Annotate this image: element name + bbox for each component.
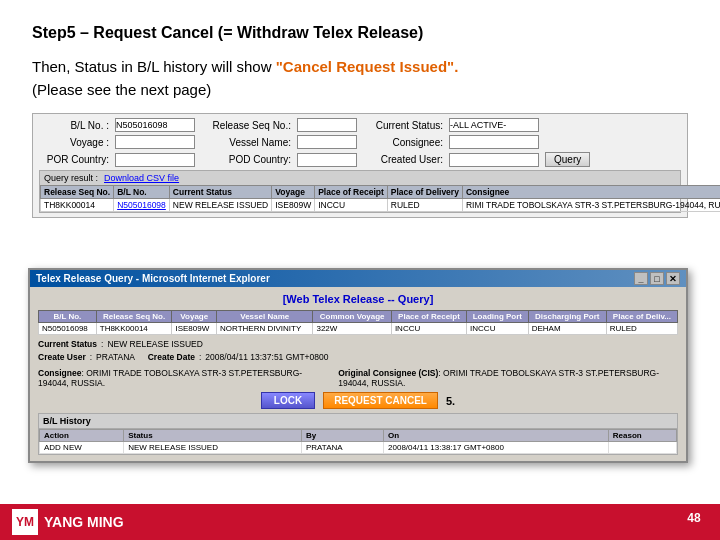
slide-container: Step5 – Request Cancel (= Withdraw Telex…	[0, 0, 720, 540]
created-user-input[interactable]	[449, 153, 539, 167]
cell-place-receipt: INCCU	[315, 199, 388, 212]
cell-current-status: NEW RELEASE ISSUED	[169, 199, 271, 212]
vessel-name-input[interactable]	[297, 135, 357, 149]
release-seq-input[interactable]	[297, 118, 357, 132]
dcol-release-seq: Release Seq No.	[96, 311, 172, 323]
voyage-input[interactable]	[115, 135, 195, 149]
por-country-input[interactable]	[115, 153, 195, 167]
dcell-bl-no: N505016098	[39, 323, 97, 335]
bl-no-label: B/L No. :	[39, 120, 109, 131]
original-consignee-block: Original Consignee (CIS): ORIMI TRADE TO…	[338, 368, 678, 388]
page-number: 48	[680, 504, 708, 532]
csv-download-link[interactable]: Download CSV file	[104, 173, 179, 183]
query-form-row2: Voyage : Vessel Name: Consignee:	[39, 135, 681, 149]
consignee-label: Consignee:	[363, 137, 443, 148]
dcell-loading-port: INCCU	[467, 323, 529, 335]
col-bl-no: B/L No.	[114, 186, 170, 199]
lock-button[interactable]: LOCK	[261, 392, 315, 409]
current-status-label: Current Status:	[363, 120, 443, 131]
cell-place-delivery: RULED	[387, 199, 462, 212]
minimize-button[interactable]: _	[634, 272, 648, 285]
dialog-header-text: [Web Telex Release -- Query]	[38, 293, 678, 305]
consignee-block: Consignee: ORIMI TRADE TOBOLSKAYA STR-3 …	[38, 368, 328, 388]
dialog-main-table: B/L No. Release Seq No. Voyage Vessel Na…	[38, 310, 678, 335]
company-name: YANG MING	[44, 514, 124, 530]
dcol-loading-port: Loading Port	[467, 311, 529, 323]
consignee-label: Consignee	[38, 368, 81, 378]
dcell-discharging-port: DEHAM	[528, 323, 606, 335]
hcol-by: By	[301, 430, 383, 442]
maximize-button[interactable]: □	[650, 272, 664, 285]
bl-no-link[interactable]: N505016098	[117, 200, 166, 210]
dialog-table-row: N505016098 TH8KK00014 ISE809W NORTHERN D…	[39, 323, 678, 335]
telex-release-dialog: Telex Release Query - Microsoft Internet…	[28, 268, 688, 463]
result-table: Release Seq No. B/L No. Current Status V…	[40, 185, 720, 212]
hcol-status: Status	[124, 430, 302, 442]
col-place-delivery: Place of Delivery	[387, 186, 462, 199]
dialog-consignee-section: Consignee: ORIMI TRADE TOBOLSKAYA STR-3 …	[38, 368, 678, 388]
create-user-label: Create User	[38, 352, 86, 362]
logo-text: YM	[16, 515, 34, 529]
voyage-label: Voyage :	[39, 137, 109, 148]
dcell-place-delivery: RULED	[606, 323, 677, 335]
dcol-place-receipt: Place of Receipt	[391, 311, 466, 323]
cell-bl-no[interactable]: N505016098	[114, 199, 170, 212]
dialog-body: [Web Telex Release -- Query] B/L No. Rel…	[30, 287, 686, 461]
vessel-name-label: Vessel Name:	[201, 137, 291, 148]
dialog-titlebar: Telex Release Query - Microsoft Internet…	[30, 270, 686, 287]
query-result-label: Query result :	[44, 173, 98, 183]
dcell-place-receipt: INCCU	[391, 323, 466, 335]
dialog-titlebar-buttons: _ □ ✕	[634, 272, 680, 285]
create-date-value: 2008/04/11 13:37:51 GMT+0800	[205, 352, 328, 362]
status-text: NEW RELEASE ISSUED	[173, 200, 268, 210]
bl-no-input[interactable]	[115, 118, 195, 132]
current-status-input[interactable]	[449, 118, 539, 132]
cell-release-seq: TH8KK00014	[41, 199, 114, 212]
cell-voyage: ISE809W	[272, 199, 315, 212]
hcol-action: Action	[40, 430, 124, 442]
slide-subtitle: Then, Status in B/L history will show "C…	[32, 56, 688, 101]
create-user-value: PRATANA	[96, 352, 135, 362]
query-result-section: Query result : Download CSV file Release…	[39, 170, 681, 213]
hcell-action: ADD NEW	[40, 442, 124, 454]
subtitle-part1: Then, Status in B/L history will show	[32, 58, 276, 75]
col-current-status: Current Status	[169, 186, 271, 199]
dialog-buttons: LOCK REQUEST CANCEL 5.	[38, 392, 678, 409]
query-form-section: B/L No. : Release Seq No.: Current Statu…	[32, 113, 688, 218]
dialog-info-left: Current Status: NEW RELEASE ISSUED Creat…	[38, 339, 328, 365]
query-form-row3: POR Country: POD Country: Created User: …	[39, 152, 681, 167]
footer: YM YANG MING 48	[0, 504, 720, 540]
dcell-release-seq: TH8KK00014	[96, 323, 172, 335]
created-user-label: Created User:	[363, 154, 443, 165]
pod-country-input[interactable]	[297, 153, 357, 167]
dcol-bl-no: B/L No.	[39, 311, 97, 323]
cell-consignee: RIMI TRADE TOBOLSKAYA STR-3 ST.PETERSBUR…	[462, 199, 720, 212]
dcol-discharging-port: Discharging Port	[528, 311, 606, 323]
query-form-row1: B/L No. : Release Seq No.: Current Statu…	[39, 118, 681, 132]
current-status-label: Current Status	[38, 339, 97, 349]
query-result-header: Query result : Download CSV file	[40, 171, 680, 185]
request-cancel-button[interactable]: REQUEST CANCEL	[323, 392, 438, 409]
close-button[interactable]: ✕	[666, 272, 680, 285]
query-button[interactable]: Query	[545, 152, 590, 167]
hcell-reason	[608, 442, 676, 454]
history-row: ADD NEW NEW RELEASE ISSUED PRATANA 2008/…	[40, 442, 677, 454]
dialog-info-section: Current Status: NEW RELEASE ISSUED Creat…	[38, 339, 678, 365]
consignee-input[interactable]	[449, 135, 539, 149]
col-place-receipt: Place of Receipt	[315, 186, 388, 199]
col-consignee: Consignee	[462, 186, 720, 199]
bl-history-title: B/L History	[39, 414, 677, 429]
info-current-status: Current Status: NEW RELEASE ISSUED	[38, 339, 328, 349]
dcell-voyage: ISE809W	[172, 323, 217, 335]
release-seq-label: Release Seq No.:	[201, 120, 291, 131]
dcol-common-voyage: Common Voyage	[313, 311, 391, 323]
logo-box: YM	[12, 509, 38, 535]
col-voyage: Voyage	[272, 186, 315, 199]
dcell-vessel-name: NORTHERN DIVINITY	[217, 323, 313, 335]
original-consignee-label: Original Consignee (CIS)	[338, 368, 438, 378]
hcell-on: 2008/04/11 13:38:17 GMT+0800	[384, 442, 609, 454]
footer-logo: YM YANG MING	[12, 509, 124, 535]
bl-history-table: Action Status By On Reason ADD NEW NEW R…	[39, 429, 677, 454]
hcol-reason: Reason	[608, 430, 676, 442]
hcell-by: PRATANA	[301, 442, 383, 454]
